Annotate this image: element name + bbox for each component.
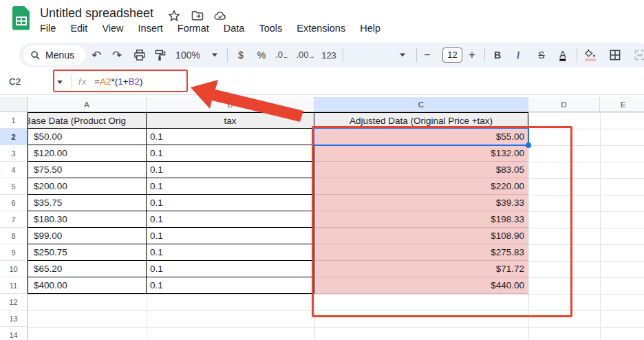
row-header-5[interactable]: 5 <box>0 178 28 195</box>
menu-help[interactable]: Help <box>360 23 380 34</box>
name-box[interactable]: C2 <box>9 76 21 87</box>
increase-font-size-button[interactable]: + <box>469 50 475 61</box>
text-color-button[interactable]: A <box>559 50 566 61</box>
italic-button[interactable]: I <box>517 50 520 61</box>
row-header-11[interactable]: 11 <box>0 277 28 294</box>
cell-C8[interactable]: $108.90 <box>314 228 528 244</box>
more-formats-button[interactable]: 123 <box>321 51 336 60</box>
row-header-8[interactable]: 8 <box>0 228 28 244</box>
font-dropdown-caret[interactable] <box>400 54 405 57</box>
column-header-B[interactable]: B <box>147 97 314 112</box>
cell-A9[interactable]: $250.75 <box>28 244 147 261</box>
formula-part: 1 <box>118 76 123 87</box>
row-header-13[interactable]: 13 <box>0 310 28 327</box>
menus-search-button[interactable]: Menus <box>23 45 85 65</box>
formula-input[interactable]: =A2*(1+B2) <box>94 76 143 87</box>
title-bar: Untitled spreadsheet FileEditViewInsertF… <box>0 0 644 41</box>
cell-C1[interactable]: Adjusted Data (Original Price +tax) <box>314 112 528 129</box>
undo-icon[interactable]: ↶ <box>92 50 101 61</box>
font-size-input[interactable]: 12 <box>442 47 462 63</box>
column-header-E[interactable]: E <box>600 97 644 112</box>
cell-B6[interactable]: 0.1 <box>147 195 314 211</box>
menu-data[interactable]: Data <box>224 23 245 34</box>
corner-box[interactable] <box>0 97 28 112</box>
row-header-14[interactable]: 14 <box>0 327 28 340</box>
merge-cells-icon[interactable] <box>634 50 644 61</box>
cell-B1[interactable]: tax <box>147 112 314 129</box>
bold-button[interactable]: B <box>494 50 501 60</box>
cell-B4[interactable]: 0.1 <box>147 162 314 178</box>
row-header-9[interactable]: 9 <box>0 244 28 261</box>
menu-insert[interactable]: Insert <box>138 23 163 34</box>
cell-B3[interactable]: 0.1 <box>147 145 314 162</box>
row-header-1[interactable]: 1 <box>0 112 28 129</box>
document-title[interactable]: Untitled spreadsheet <box>40 6 153 21</box>
cell-B5[interactable]: 0.1 <box>147 178 314 195</box>
row-header-12[interactable]: 12 <box>0 294 28 310</box>
cell-A3[interactable]: $120.00 <box>28 145 147 162</box>
cell-A11[interactable]: $400.00 <box>28 277 147 294</box>
paint-format-icon[interactable] <box>155 50 167 61</box>
cell-A10[interactable]: $65.20 <box>28 261 147 277</box>
cell-C7[interactable]: $198.33 <box>314 211 528 228</box>
formula-bar: C2 fx =A2*(1+B2) <box>0 69 644 95</box>
cell-A5[interactable]: $200.00 <box>28 178 147 195</box>
cell-B11[interactable]: 0.1 <box>147 277 314 294</box>
menu-file[interactable]: File <box>40 23 56 34</box>
strikethrough-button[interactable]: S <box>538 50 544 60</box>
increase-decimal-button[interactable]: .00→ <box>296 50 314 60</box>
cell-C4[interactable]: $83.05 <box>314 162 528 178</box>
format-percent-button[interactable]: % <box>257 50 266 60</box>
row-header-7[interactable]: 7 <box>0 211 28 228</box>
redo-icon[interactable]: ↷ <box>112 50 122 61</box>
menu-tools[interactable]: Tools <box>259 23 282 34</box>
format-currency-button[interactable]: $ <box>238 50 244 60</box>
move-to-folder-icon[interactable] <box>191 9 204 23</box>
cell-B8[interactable]: 0.1 <box>147 228 314 244</box>
cell-A2[interactable]: $50.00 <box>28 129 147 145</box>
menu-view[interactable]: View <box>102 23 123 34</box>
gridline <box>28 310 644 311</box>
fill-handle[interactable] <box>526 142 531 148</box>
cell-A1[interactable]: Base Data (Product Orig <box>28 112 147 129</box>
row-header-10[interactable]: 10 <box>0 261 28 277</box>
cloud-saved-icon[interactable] <box>213 9 227 23</box>
decrease-font-size-button[interactable]: − <box>424 50 430 61</box>
row-header-6[interactable]: 6 <box>0 195 28 211</box>
name-box-caret[interactable] <box>57 81 63 84</box>
cell-B9[interactable]: 0.1 <box>147 244 314 261</box>
cell-C6[interactable]: $39.33 <box>314 195 528 211</box>
cell-C10[interactable]: $71.72 <box>314 261 528 277</box>
cell-B2[interactable]: 0.1 <box>147 129 314 145</box>
cell-A8[interactable]: $99.00 <box>28 228 147 244</box>
cell-B7[interactable]: 0.1 <box>147 211 314 228</box>
fill-color-button[interactable] <box>585 49 596 61</box>
menu-edit[interactable]: Edit <box>70 23 87 34</box>
cell-A7[interactable]: $180.30 <box>28 211 147 228</box>
column-header-D[interactable]: D <box>528 97 600 112</box>
menu-format[interactable]: Format <box>178 23 209 34</box>
cell-A6[interactable]: $35.75 <box>28 195 147 211</box>
cell-C5[interactable]: $220.00 <box>314 178 528 195</box>
column-header-A[interactable]: A <box>28 97 147 112</box>
cell-A4[interactable]: $75.50 <box>28 162 147 178</box>
menu-extensions[interactable]: Extensions <box>297 23 345 34</box>
fx-icon: fx <box>78 76 87 87</box>
menus-label: Menus <box>45 50 74 61</box>
borders-icon[interactable] <box>610 50 621 61</box>
cell-C3[interactable]: $132.00 <box>314 145 528 162</box>
row-header-4[interactable]: 4 <box>0 162 28 178</box>
cell-C9[interactable]: $275.83 <box>314 244 528 261</box>
row-header-2[interactable]: 2 <box>0 129 28 145</box>
spreadsheet-grid[interactable]: ABCDE1234567891011121314Base Data (Produ… <box>0 97 644 340</box>
star-icon[interactable] <box>167 9 181 23</box>
zoom-dropdown-caret[interactable] <box>212 54 217 57</box>
zoom-value[interactable]: 100% <box>175 50 200 60</box>
column-header-C[interactable]: C <box>314 97 528 112</box>
row-header-3[interactable]: 3 <box>0 145 28 162</box>
cell-C11[interactable]: $440.00 <box>314 277 528 294</box>
decrease-decimal-button[interactable]: .0← <box>275 50 289 60</box>
cell-B10[interactable]: 0.1 <box>147 261 314 277</box>
toolbar-divider <box>343 48 343 62</box>
print-icon[interactable] <box>134 50 146 61</box>
